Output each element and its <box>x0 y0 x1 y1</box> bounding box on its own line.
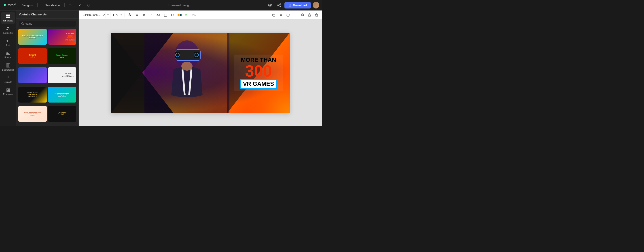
canvas-text-vr-games: VR GAMES <box>240 79 277 89</box>
font-size-select[interactable]: 14 <box>110 12 119 18</box>
template-card-5[interactable] <box>18 67 47 83</box>
vr-person-svg <box>154 37 220 109</box>
svg-point-6 <box>280 3 281 4</box>
svg-text:∇: ∇ <box>185 13 187 17</box>
svg-rect-35 <box>280 14 282 14</box>
duplicate-button[interactable] <box>270 12 277 18</box>
svg-text:®: ® <box>14 3 16 5</box>
download-label: Download <box>293 3 307 7</box>
svg-point-25 <box>22 22 23 24</box>
sidebar-item-background[interactable]: Background <box>1 61 15 73</box>
letter-spacing-button[interactable] <box>170 12 176 18</box>
sidebar-item-elements[interactable]: Elements <box>1 24 15 36</box>
svg-rect-24 <box>6 79 10 79</box>
font-size-chevron-icon <box>120 14 123 16</box>
svg-rect-37 <box>280 15 282 16</box>
font-style-button[interactable]: A <box>126 12 133 18</box>
svg-text:T: T <box>6 39 9 43</box>
nav-right: Download <box>266 1 319 9</box>
list-button[interactable] <box>134 12 140 18</box>
redo-button[interactable] <box>76 1 84 9</box>
icon-sidebar: Templates Elements T Text Phot <box>0 10 16 126</box>
font-family-select[interactable]: Sinkin Sans ... <box>81 12 106 18</box>
search-input[interactable] <box>26 22 74 25</box>
transparency-button[interactable] <box>191 12 197 18</box>
share-button[interactable] <box>276 1 283 9</box>
svg-rect-15 <box>8 16 10 18</box>
sidebar-templates-label: Templates <box>3 19 13 22</box>
download-button[interactable]: Download <box>284 2 311 8</box>
template-card-10[interactable]: MYSTERY Studio <box>48 106 76 122</box>
svg-marker-18 <box>9 29 10 30</box>
italic-button[interactable]: I <box>148 12 154 18</box>
svg-rect-40 <box>294 16 296 16</box>
svg-rect-29 <box>136 15 138 16</box>
templates-grid: YOU MUST SEE THE VR WORLD! MORE THAN 300… <box>16 29 78 126</box>
preview-button[interactable] <box>266 1 274 9</box>
svg-rect-38 <box>294 14 296 14</box>
chevron-down-icon: ▾ <box>31 3 33 7</box>
svg-point-4 <box>268 4 272 6</box>
svg-rect-27 <box>136 14 138 14</box>
align-button[interactable] <box>292 12 298 18</box>
svg-rect-33 <box>273 14 275 16</box>
vr-person-area <box>144 33 230 113</box>
svg-rect-1 <box>4 4 6 6</box>
bold-button[interactable]: B <box>141 12 147 18</box>
delete-button[interactable] <box>314 12 320 18</box>
user-avatar[interactable] <box>312 2 319 8</box>
undo-button[interactable] <box>67 1 74 9</box>
gradient-color-button[interactable]: ∇ <box>184 12 190 18</box>
rotate-button[interactable] <box>285 12 291 18</box>
svg-line-9 <box>278 5 280 6</box>
main-layout: Templates Elements T Text Phot <box>0 10 322 126</box>
sidebar-item-templates[interactable]: Templates <box>1 12 15 24</box>
template-card-1[interactable]: YOU MUST SEE THE VR WORLD! <box>18 29 47 45</box>
svg-rect-41 <box>308 15 310 16</box>
sidebar-item-uploads[interactable]: Uploads <box>1 74 15 85</box>
top-nav: fotor ® Design ▾ + New design Unnamed de… <box>0 0 322 10</box>
fotor-logo: fotor ® <box>3 2 16 8</box>
checker-icon <box>192 14 196 16</box>
sidebar-item-text[interactable]: T Text <box>1 37 15 48</box>
sidebar-item-photos[interactable]: Photos <box>1 49 15 60</box>
svg-rect-14 <box>6 16 8 18</box>
lock-button[interactable] <box>306 12 312 18</box>
text-color-swatch <box>178 14 182 16</box>
align-center-button[interactable] <box>278 12 284 18</box>
svg-text:fotor: fotor <box>8 3 15 7</box>
format-toolbar: Sinkin Sans ... 14 A B I <box>79 10 322 19</box>
sidebar-elements-label: Elements <box>3 32 13 34</box>
template-card-4[interactable]: Crazy Gamer Lucas <box>48 48 76 64</box>
sidebar-item-extension[interactable]: Extension <box>1 86 15 97</box>
canvas-design[interactable]: MORE THAN 300 VR GAMES <box>111 33 290 113</box>
design-name[interactable]: Unnamed design <box>96 3 263 7</box>
canvas-scroll[interactable]: MORE THAN 300 VR GAMES <box>79 19 322 126</box>
canvas-text-300: 300 <box>236 63 281 79</box>
template-card-7[interactable]: VIRTUAL REALITY GAMES EXPERIENCE <box>18 87 47 103</box>
refresh-button[interactable] <box>85 1 92 9</box>
nav-divider-1 <box>37 3 38 7</box>
svg-rect-36 <box>280 15 282 15</box>
font-family-chevron-icon <box>107 14 109 16</box>
svg-point-16 <box>7 27 9 28</box>
svg-point-7 <box>278 5 278 5</box>
sidebar-extension-label: Extension <box>3 93 13 96</box>
uppercase-button[interactable]: AA <box>155 12 162 18</box>
template-card-2[interactable]: MORE THAN 300 VR GAMES <box>48 29 76 45</box>
template-card-9[interactable]: WANDERINWEEKEND BOOKS FILMS MUSICGAMES <box>18 106 47 122</box>
canvas-text-block[interactable]: MORE THAN 300 VR GAMES <box>234 54 283 91</box>
text-color-button[interactable] <box>177 12 183 18</box>
underline-button[interactable]: U <box>162 12 168 18</box>
template-card-3[interactable]: Finish! ★★★ <box>18 48 47 64</box>
new-design-button[interactable]: + New design <box>40 3 62 8</box>
sidebar-text-label: Text <box>6 44 10 46</box>
layers-button[interactable] <box>299 12 306 18</box>
template-card-8[interactable]: Fun with Daniel Weekly toy andgame revie… <box>48 87 76 103</box>
svg-point-5 <box>270 5 270 6</box>
templates-panel: Youtube Channel Art YOU MUST SEE THE VR … <box>16 10 79 126</box>
design-menu-button[interactable]: Design ▾ <box>20 3 35 8</box>
template-card-6[interactable]: You Must SEE THE VR WORLD <box>48 67 76 83</box>
svg-rect-28 <box>136 15 138 15</box>
svg-rect-11 <box>289 6 291 6</box>
